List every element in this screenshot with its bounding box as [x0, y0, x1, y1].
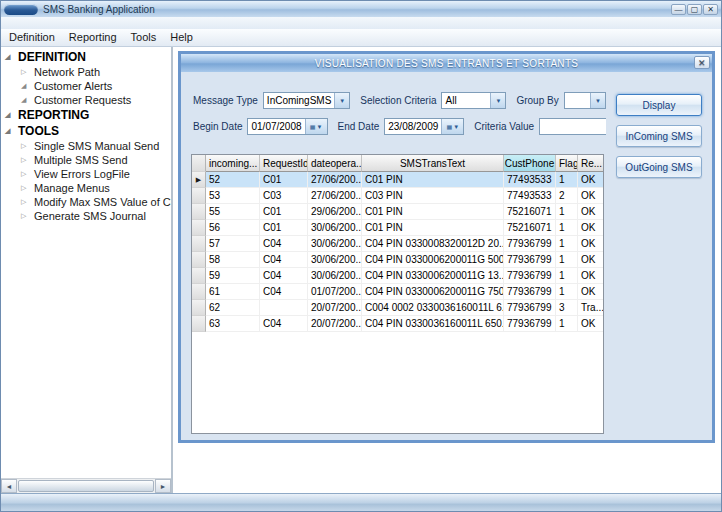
cell-custphone[interactable]: 77936799 [504, 252, 556, 268]
cell-custphone[interactable]: 77493533 [504, 188, 556, 204]
cell-smstranstext[interactable]: C04 PIN 0330006200011G 13... [362, 268, 504, 284]
cell-dateopera[interactable]: 30/06/200... [308, 252, 362, 268]
column-header-flag[interactable]: Flag [556, 155, 578, 172]
cell-re[interactable]: OK [578, 316, 604, 332]
cell-re[interactable]: OK [578, 252, 604, 268]
cell-incoming[interactable]: 63 [206, 316, 260, 332]
table-row[interactable]: 56C0130/06/200...C01 PIN752160711OK [192, 220, 603, 236]
chevron-down-icon[interactable]: ▼ [590, 93, 605, 108]
row-selector[interactable] [192, 268, 206, 284]
cell-incoming[interactable]: 61 [206, 284, 260, 300]
table-row[interactable]: ▶52C0127/06/200...C01 PIN774935331OK [192, 172, 603, 188]
tree-item-multiple-sms-send[interactable]: ▷Multiple SMS Send [5, 153, 171, 167]
cell-requestid[interactable]: C04 [260, 252, 308, 268]
cell-requestid[interactable]: C03 [260, 188, 308, 204]
cell-flag[interactable]: 1 [556, 220, 578, 236]
column-header-incoming[interactable]: incoming... [206, 155, 260, 172]
table-row[interactable]: 57C0430/06/200...C04 PIN 0330008320012D … [192, 236, 603, 252]
cell-flag[interactable]: 1 [556, 284, 578, 300]
maximize-button[interactable]: ▢ [687, 4, 702, 15]
cell-dateopera[interactable]: 30/06/200... [308, 268, 362, 284]
cell-smstranstext[interactable]: C01 PIN [362, 204, 504, 220]
message-type-select[interactable]: InComingSMS ▼ [263, 92, 350, 109]
column-header-smstranstext[interactable]: SMSTransText [362, 155, 504, 172]
row-selector[interactable] [192, 300, 206, 316]
cell-requestid[interactable]: C04 [260, 236, 308, 252]
cell-flag[interactable]: 2 [556, 188, 578, 204]
row-selector[interactable] [192, 188, 206, 204]
cell-custphone[interactable]: 75216071 [504, 220, 556, 236]
cell-re[interactable]: Tra... [578, 300, 604, 316]
end-date-dropdown[interactable]: ▦ ▼ [441, 119, 463, 134]
incoming-sms-button[interactable]: InComing SMS [616, 125, 702, 147]
tree-horizontal-scrollbar[interactable]: ◄ ► [1, 478, 171, 493]
cell-requestid[interactable] [260, 300, 308, 316]
cell-smstranstext[interactable]: C004 0002 0330036160011L 6... [362, 300, 504, 316]
cell-custphone[interactable]: 77936799 [504, 236, 556, 252]
cell-incoming[interactable]: 52 [206, 172, 260, 188]
cell-incoming[interactable]: 57 [206, 236, 260, 252]
display-button[interactable]: Display [616, 94, 702, 116]
table-row[interactable]: 58C0430/06/200...C04 PIN 0330006200011G … [192, 252, 603, 268]
end-date-picker[interactable]: 23/08/2009 ▦ ▼ [384, 118, 464, 135]
row-selector[interactable] [192, 236, 206, 252]
cell-dateopera[interactable]: 30/06/200... [308, 236, 362, 252]
menu-item-help[interactable]: Help [164, 30, 201, 45]
tree-section-reporting[interactable]: ◢REPORTING [5, 107, 171, 123]
scroll-left-icon[interactable]: ◄ [1, 479, 17, 493]
cell-requestid[interactable]: C01 [260, 204, 308, 220]
cell-smstranstext[interactable]: C04 PIN 0330006200011G 5000 [362, 252, 504, 268]
cell-flag[interactable]: 1 [556, 236, 578, 252]
table-row[interactable]: 61C0401/07/200...C04 PIN 0330006200011G … [192, 284, 603, 300]
scrollbar-thumb[interactable] [18, 480, 154, 492]
criteria-value-input[interactable] [539, 118, 606, 135]
menu-item-reporting[interactable]: Reporting [63, 30, 125, 45]
table-row[interactable]: 53C0327/06/200...C03 PIN774935332OK [192, 188, 603, 204]
cell-flag[interactable]: 1 [556, 204, 578, 220]
cell-requestid[interactable]: C04 [260, 268, 308, 284]
row-selector[interactable] [192, 252, 206, 268]
group-by-select[interactable]: ▼ [564, 92, 606, 109]
begin-date-dropdown[interactable]: ▦ ▼ [305, 119, 327, 134]
cell-flag[interactable]: 3 [556, 300, 578, 316]
table-row[interactable]: 55C0129/06/200...C01 PIN752160711OK [192, 204, 603, 220]
column-header-requestid[interactable]: RequestId [260, 155, 308, 172]
cell-re[interactable]: OK [578, 236, 604, 252]
cell-custphone[interactable]: 77936799 [504, 316, 556, 332]
table-row[interactable]: 6220/07/200...C004 0002 0330036160011L 6… [192, 300, 603, 316]
cell-dateopera[interactable]: 20/07/200... [308, 300, 362, 316]
chevron-down-icon[interactable]: ▼ [490, 93, 505, 108]
tree-section-definition[interactable]: ◢DEFINITION [5, 49, 171, 65]
column-header-dateopera[interactable]: dateopera... [308, 155, 362, 172]
cell-smstranstext[interactable]: C03 PIN [362, 188, 504, 204]
cell-custphone[interactable]: 75216071 [504, 204, 556, 220]
outgoing-sms-button[interactable]: OutGoing SMS [616, 156, 702, 178]
menu-item-definition[interactable]: Definition [3, 30, 63, 45]
cell-smstranstext[interactable]: C04 PIN 0330008320012D 20... [362, 236, 504, 252]
cell-incoming[interactable]: 62 [206, 300, 260, 316]
row-selector[interactable] [192, 220, 206, 236]
cell-incoming[interactable]: 55 [206, 204, 260, 220]
tree-item-generate-sms-journal[interactable]: ▷Generate SMS Journal [5, 209, 171, 223]
cell-incoming[interactable]: 58 [206, 252, 260, 268]
cell-flag[interactable]: 1 [556, 316, 578, 332]
cell-flag[interactable]: 1 [556, 268, 578, 284]
tree-item-network-path[interactable]: ▷Network Path [5, 65, 171, 79]
table-row[interactable]: 63C0420/07/200...C04 PIN 0330036160011L … [192, 316, 603, 332]
cell-dateopera[interactable]: 29/06/200... [308, 204, 362, 220]
selection-criteria-select[interactable]: All ▼ [441, 92, 506, 109]
cell-incoming[interactable]: 56 [206, 220, 260, 236]
cell-dateopera[interactable]: 30/06/200... [308, 220, 362, 236]
tree-section-tools[interactable]: ◢TOOLS [5, 123, 171, 139]
tree-item-view-errors-logfile[interactable]: ▷View Errors LogFile [5, 167, 171, 181]
menu-item-tools[interactable]: Tools [125, 30, 165, 45]
cell-custphone[interactable]: 77493533 [504, 172, 556, 188]
current-row-marker-icon[interactable]: ▶ [192, 172, 206, 188]
cell-incoming[interactable]: 53 [206, 188, 260, 204]
begin-date-picker[interactable]: 01/07/2008 ▦ ▼ [247, 118, 327, 135]
cell-re[interactable]: OK [578, 268, 604, 284]
cell-requestid[interactable]: C01 [260, 172, 308, 188]
cell-re[interactable]: OK [578, 204, 604, 220]
cell-smstranstext[interactable]: C04 PIN 0330036160011L 650... [362, 316, 504, 332]
cell-smstranstext[interactable]: C04 PIN 0330006200011G 7500 [362, 284, 504, 300]
